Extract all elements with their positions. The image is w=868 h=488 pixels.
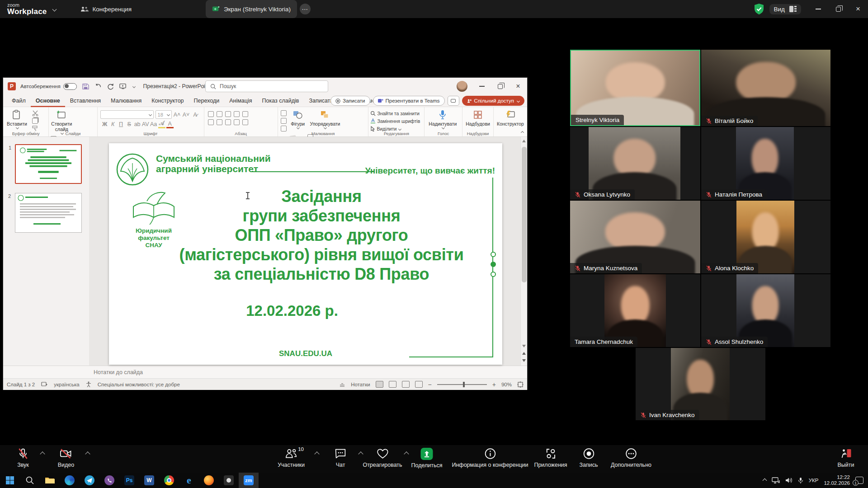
firefox-icon[interactable]: [199, 473, 219, 488]
align-center-icon[interactable]: [217, 119, 222, 125]
bullets-icon[interactable]: [208, 111, 214, 117]
viber-icon[interactable]: [99, 473, 119, 488]
previous-slide-icon[interactable]: [522, 352, 526, 355]
edge-legacy-icon[interactable]: e: [179, 473, 199, 488]
align-text-icon[interactable]: [281, 118, 287, 124]
fit-slide-icon[interactable]: [517, 381, 524, 388]
present-in-teams-button[interactable]: Презентувати в Teams: [373, 96, 445, 106]
addins-button[interactable]: Надбудови: [464, 109, 491, 127]
taskbar-clock[interactable]: 12:22 12.02.2026: [824, 474, 850, 486]
zoom-percent[interactable]: 90%: [501, 382, 512, 387]
security-shield-icon[interactable]: [753, 3, 765, 15]
video-options-chevron-icon[interactable]: [85, 451, 90, 456]
save-icon[interactable]: [82, 83, 89, 90]
notification-center-icon[interactable]: 1: [855, 477, 863, 484]
justify-icon[interactable]: [234, 119, 240, 125]
bold-button[interactable]: Ж: [101, 121, 108, 127]
view-button[interactable]: Вид: [769, 4, 801, 14]
display-settings-icon[interactable]: [41, 382, 47, 387]
slide-thumbnail-2[interactable]: 2: [15, 193, 82, 233]
start-button[interactable]: [0, 473, 20, 488]
dark-app-icon[interactable]: [219, 473, 239, 488]
ppt-minimize-button[interactable]: [473, 78, 491, 95]
underline-button[interactable]: П: [118, 121, 125, 127]
comments-button[interactable]: [448, 96, 459, 106]
chat-button[interactable]: Чат: [335, 448, 347, 468]
photoshop-icon[interactable]: Ps: [119, 473, 139, 488]
participant-tile[interactable]: Strelnyk Viktoria: [570, 50, 700, 126]
copy-icon[interactable]: [32, 118, 38, 124]
designer-button[interactable]: Конструктор: [495, 109, 525, 127]
participant-tile[interactable]: Oksana Lytvynko: [570, 127, 700, 200]
scroll-down-icon[interactable]: [522, 345, 526, 347]
file-explorer-icon[interactable]: [40, 473, 60, 488]
change-case-button[interactable]: Aa: [150, 121, 157, 127]
ribbon-tab-insert[interactable]: Вставлення: [65, 95, 106, 107]
window-minimize-button[interactable]: [808, 0, 828, 18]
current-slide[interactable]: Сумський національний аграрний університ…: [109, 143, 502, 365]
ribbon-tab-transitions[interactable]: Переходи: [189, 95, 225, 107]
tab-conference[interactable]: Конференция: [74, 0, 138, 18]
speaker-icon[interactable]: [785, 477, 793, 483]
next-slide-icon[interactable]: [522, 359, 526, 362]
font-size-select[interactable]: 18: [156, 110, 172, 119]
meeting-info-button[interactable]: Информация о конференции: [452, 448, 528, 468]
indent-increase-icon[interactable]: [234, 111, 240, 117]
autosave-toggle[interactable]: [63, 83, 77, 90]
line-spacing-icon[interactable]: [242, 111, 248, 117]
zoom-in-icon[interactable]: +: [492, 381, 496, 388]
qat-more-chevron-icon[interactable]: [132, 84, 136, 88]
replace-fonts-button[interactable]: Замінення шрифтів: [370, 118, 422, 124]
ribbon-tab-slideshow[interactable]: Показ слайдів: [257, 95, 304, 107]
slide-sorter-icon[interactable]: [389, 381, 396, 388]
share-screen-button[interactable]: Поделиться: [411, 448, 442, 469]
chrome-icon[interactable]: [159, 473, 179, 488]
notes-area[interactable]: Нотатки до слайда: [3, 366, 527, 378]
text-shadow-button[interactable]: ab: [134, 121, 141, 127]
audio-button[interactable]: Звук: [17, 448, 29, 468]
record-button[interactable]: Записати: [330, 96, 370, 106]
slide-scrollbar[interactable]: [520, 137, 527, 366]
font-name-select[interactable]: [100, 110, 154, 119]
ribbon-tab-animations[interactable]: Анімація: [224, 95, 257, 107]
reading-view-icon[interactable]: [402, 381, 410, 388]
tray-mic-icon[interactable]: [798, 477, 803, 484]
font-color-button[interactable]: A: [166, 121, 174, 128]
numbering-icon[interactable]: [217, 111, 222, 117]
chevron-down-icon[interactable]: [52, 7, 57, 11]
zoom-slider-handle[interactable]: [463, 382, 465, 387]
strikethrough-button[interactable]: S: [126, 121, 133, 127]
ppt-close-button[interactable]: ×: [509, 78, 527, 95]
indent-decrease-icon[interactable]: [225, 111, 231, 117]
leave-button[interactable]: Выйти: [837, 448, 854, 468]
participant-tile[interactable]: Наталія Петрова: [701, 127, 830, 200]
language-indicator[interactable]: українська: [54, 382, 80, 387]
ribbon-tab-file[interactable]: Файл: [7, 95, 31, 107]
grow-font-icon[interactable]: A˄: [174, 112, 181, 118]
apps-button[interactable]: Приложения: [534, 448, 567, 468]
scrollbar-thumb[interactable]: [522, 147, 527, 282]
audio-options-chevron-icon[interactable]: [40, 451, 45, 456]
shapes-button[interactable]: Фігури: [289, 109, 307, 129]
language-indicator[interactable]: УКР: [809, 478, 819, 483]
tab-more-icon[interactable]: ⋯: [300, 4, 311, 14]
slideshow-icon[interactable]: [119, 83, 127, 89]
ribbon-tab-draw[interactable]: Малювання: [106, 95, 146, 107]
more-button[interactable]: Дополнительно: [611, 448, 651, 468]
network-display-icon[interactable]: [772, 477, 780, 483]
dictate-button[interactable]: Надиктувати: [426, 109, 459, 129]
tab-screen-share[interactable]: Экран (Strelnyk Viktoria): [206, 0, 297, 18]
zoom-out-icon[interactable]: −: [428, 381, 432, 388]
ribbon-tab-design[interactable]: Конструктор: [146, 95, 189, 107]
clear-format-icon[interactable]: A̷: [192, 112, 199, 118]
paste-button[interactable]: Вставити: [5, 109, 29, 129]
ppt-search-box[interactable]: Пошук: [205, 80, 328, 92]
record-button[interactable]: Запись: [579, 448, 598, 468]
slideshow-view-icon[interactable]: [415, 381, 423, 388]
accessibility-status[interactable]: Спеціальні можливості: усе добре: [98, 382, 180, 387]
normal-view-icon[interactable]: [376, 381, 383, 388]
zoom-slider[interactable]: [437, 384, 487, 385]
reactions-button[interactable]: Отреагировать: [363, 448, 402, 468]
word-icon[interactable]: W: [139, 473, 159, 488]
columns-icon[interactable]: [242, 119, 248, 125]
